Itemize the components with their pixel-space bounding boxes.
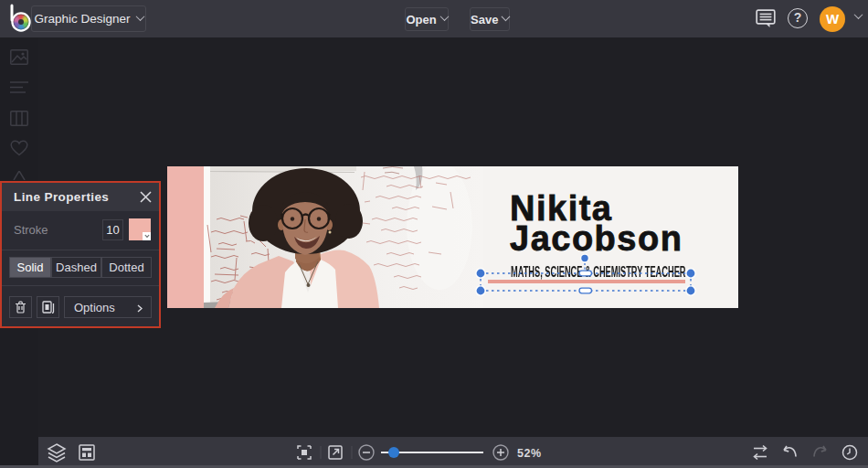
svg-text:52%: 52% [517, 447, 542, 460]
